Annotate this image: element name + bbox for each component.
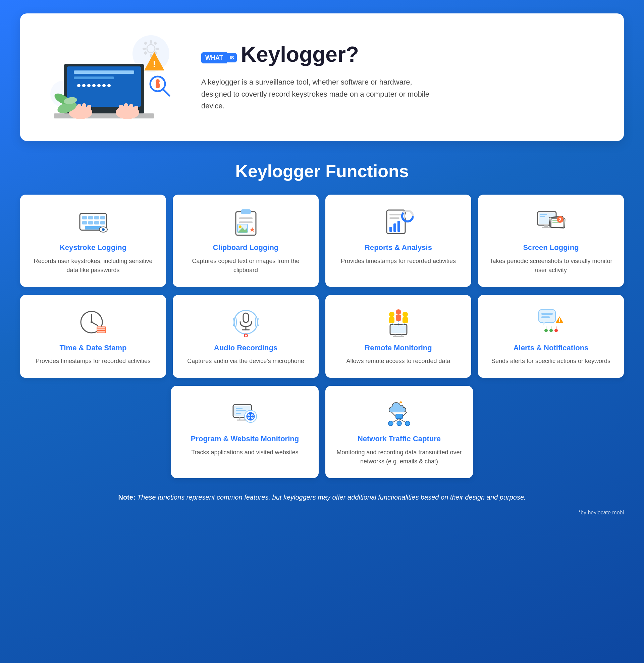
svg-rect-68 bbox=[397, 221, 400, 232]
clock-icon bbox=[78, 307, 108, 337]
svg-point-147 bbox=[397, 421, 401, 426]
reports-icon bbox=[383, 207, 414, 237]
svg-rect-49 bbox=[94, 221, 99, 225]
svg-point-54 bbox=[103, 228, 104, 229]
svg-rect-137 bbox=[236, 413, 241, 414]
func-card-program-website-monitoring: Program & Website Monitoring Tracks appl… bbox=[171, 386, 319, 478]
note-label: Note: bbox=[118, 494, 135, 501]
svg-rect-48 bbox=[88, 221, 93, 225]
svg-rect-38 bbox=[156, 83, 160, 88]
svg-point-119 bbox=[544, 329, 548, 332]
func-title-audio: Audio Recordings bbox=[214, 343, 277, 353]
svg-rect-44 bbox=[88, 216, 93, 220]
func-desc-time: Provides timestamps for recorded activit… bbox=[36, 357, 151, 366]
svg-point-103 bbox=[396, 310, 401, 315]
hero-content: WHAT IS Keylogger? A keylogger is a surv… bbox=[201, 43, 604, 112]
svg-point-19 bbox=[97, 84, 101, 87]
svg-point-17 bbox=[87, 84, 91, 87]
func-desc-audio: Captures audio via the device's micropho… bbox=[187, 357, 304, 366]
svg-rect-58 bbox=[239, 222, 253, 223]
svg-rect-46 bbox=[100, 216, 105, 220]
svg-rect-77 bbox=[542, 227, 550, 228]
badge-is: IS bbox=[227, 53, 237, 62]
func-title-time: Time & Date Stamp bbox=[60, 343, 127, 353]
func-card-reports-analysis: Reports & Analysis Provides timestamps f… bbox=[325, 195, 471, 287]
func-card-clipboard-logging: ★ Clipboard Logging Captures copied text… bbox=[173, 195, 319, 287]
svg-rect-81 bbox=[552, 220, 557, 221]
svg-text:★: ★ bbox=[249, 226, 255, 233]
svg-rect-56 bbox=[241, 209, 251, 214]
func-desc-reports: Provides timestamps for recorded activit… bbox=[341, 257, 456, 266]
svg-rect-75 bbox=[540, 216, 545, 217]
svg-line-88 bbox=[92, 322, 98, 325]
svg-rect-29 bbox=[119, 105, 123, 114]
svg-rect-140 bbox=[396, 414, 402, 419]
svg-rect-13 bbox=[74, 70, 134, 74]
svg-point-146 bbox=[388, 421, 393, 426]
func-desc-program: Tracks applications and visited websites bbox=[191, 448, 298, 457]
svg-rect-50 bbox=[100, 221, 105, 225]
attribution: *by heylocate.mobi bbox=[20, 510, 624, 516]
svg-rect-135 bbox=[236, 408, 243, 409]
func-title-screen: Screen Logging bbox=[523, 243, 579, 253]
svg-rect-27 bbox=[82, 104, 86, 114]
audio-icon bbox=[231, 307, 261, 337]
svg-rect-104 bbox=[396, 315, 401, 321]
badge-what: WHAT bbox=[201, 52, 227, 63]
svg-rect-31 bbox=[129, 104, 133, 114]
func-title-network: Network Traffic Capture bbox=[358, 434, 441, 444]
func-title-program: Program & Website Monitoring bbox=[191, 434, 299, 444]
svg-line-142 bbox=[402, 412, 407, 416]
svg-rect-90 bbox=[97, 327, 105, 333]
svg-rect-14 bbox=[74, 76, 114, 79]
clipboard-icon: ★ bbox=[231, 207, 261, 237]
func-card-keystroke-logging: Keystroke Logging Records user keystroke… bbox=[20, 195, 166, 287]
hero-title: Keylogger? bbox=[241, 43, 359, 66]
func-desc-clipboard: Captures copied text or images from the … bbox=[183, 257, 308, 275]
func-desc-keystroke: Records user keystrokes, including sensi… bbox=[30, 257, 156, 275]
svg-text:!: ! bbox=[400, 401, 401, 404]
func-card-alerts-notifications: ! Alerts & Notifications Sends alerts fo… bbox=[478, 295, 624, 378]
svg-marker-114 bbox=[543, 322, 545, 326]
func-card-remote-monitoring: Remote Monitoring Allows remote access t… bbox=[325, 295, 471, 378]
svg-point-121 bbox=[554, 329, 558, 332]
svg-point-21 bbox=[107, 84, 111, 87]
functions-grid-row1: Keystroke Logging Records user keystroke… bbox=[20, 195, 624, 287]
svg-rect-4 bbox=[150, 54, 152, 57]
svg-rect-22 bbox=[54, 113, 154, 118]
svg-rect-32 bbox=[134, 106, 138, 114]
func-title-clipboard: Clipboard Logging bbox=[213, 243, 279, 253]
svg-rect-66 bbox=[389, 227, 392, 232]
svg-point-99 bbox=[389, 312, 394, 317]
svg-text:2: 2 bbox=[559, 218, 561, 222]
svg-rect-102 bbox=[402, 317, 408, 323]
svg-point-101 bbox=[402, 312, 408, 317]
svg-rect-28 bbox=[87, 105, 91, 114]
svg-rect-116 bbox=[542, 316, 550, 318]
svg-rect-100 bbox=[389, 317, 394, 323]
func-desc-screen: Takes periodic screenshots to visually m… bbox=[488, 257, 614, 275]
note-text: These functions represent common feature… bbox=[136, 494, 526, 501]
func-title-alerts: Alerts & Notifications bbox=[513, 343, 589, 353]
svg-rect-26 bbox=[77, 104, 81, 114]
svg-point-16 bbox=[82, 84, 86, 87]
svg-rect-76 bbox=[544, 225, 548, 227]
remote-icon bbox=[383, 307, 414, 337]
svg-rect-3 bbox=[150, 40, 152, 44]
func-card-screen-logging: 2 Screen Logging Takes periodic screensh… bbox=[478, 195, 624, 287]
svg-rect-65 bbox=[389, 218, 399, 219]
svg-rect-74 bbox=[540, 214, 547, 215]
svg-rect-30 bbox=[124, 104, 128, 114]
what-is-badge: WHAT IS Keylogger? bbox=[201, 43, 359, 73]
program-monitor-icon bbox=[230, 398, 260, 428]
svg-point-20 bbox=[102, 84, 106, 87]
section-title: Keylogger Functions bbox=[20, 161, 624, 181]
keystroke-icon bbox=[78, 207, 108, 237]
screen-logging-icon: 2 bbox=[536, 207, 566, 237]
functions-grid-row3: Program & Website Monitoring Tracks appl… bbox=[20, 386, 624, 478]
svg-rect-5 bbox=[142, 48, 146, 50]
hero-illustration: ! bbox=[40, 30, 181, 124]
func-title-reports: Reports & Analysis bbox=[365, 243, 432, 253]
svg-point-18 bbox=[92, 84, 96, 87]
svg-point-148 bbox=[405, 421, 410, 426]
